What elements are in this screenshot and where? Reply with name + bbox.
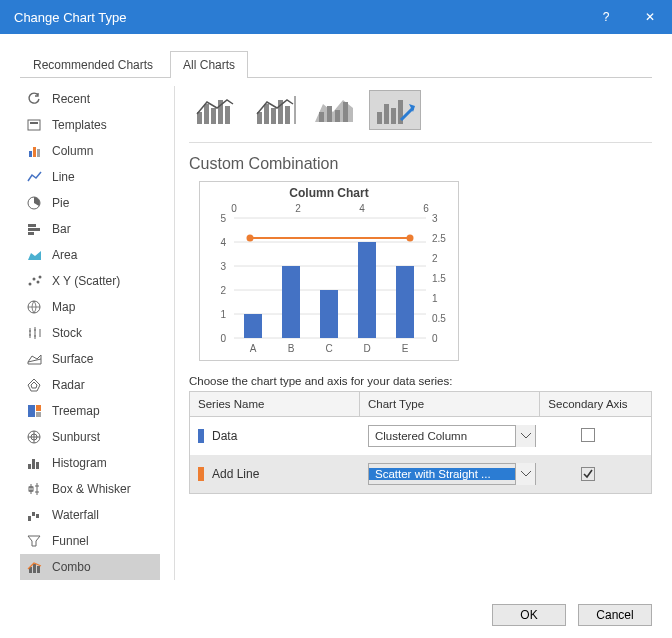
- svg-point-11: [37, 281, 40, 284]
- box-whisker-icon: [26, 481, 44, 497]
- svg-text:2.5: 2.5: [432, 233, 446, 244]
- svg-rect-46: [391, 108, 396, 124]
- svg-rect-0: [28, 120, 40, 130]
- sidebar-item-surface[interactable]: Surface: [20, 346, 160, 372]
- svg-rect-45: [384, 104, 389, 124]
- combo-icon: [26, 559, 44, 575]
- svg-rect-38: [285, 106, 290, 124]
- svg-rect-24: [32, 512, 35, 516]
- ok-button[interactable]: OK: [492, 604, 566, 626]
- svg-rect-8: [28, 232, 34, 235]
- secondary-axis-checkbox-data[interactable]: [581, 428, 595, 442]
- svg-rect-20: [32, 459, 35, 469]
- subtype-thumbnails: [189, 86, 652, 143]
- combo-subtype-2[interactable]: [249, 90, 301, 130]
- chart-type-select-addline[interactable]: Scatter with Straight ...: [368, 463, 536, 485]
- tab-all-charts[interactable]: All Charts: [170, 51, 248, 78]
- combo-subtype-custom[interactable]: [369, 90, 421, 130]
- series-name-label: Data: [212, 429, 237, 443]
- svg-point-82: [407, 235, 414, 242]
- svg-rect-28: [37, 566, 40, 573]
- svg-text:1: 1: [220, 309, 226, 320]
- sidebar-item-histogram[interactable]: Histogram: [20, 450, 160, 476]
- svg-text:D: D: [363, 343, 370, 354]
- sidebar-item-combo[interactable]: Combo: [20, 554, 160, 580]
- area-icon: [26, 247, 44, 263]
- tab-recommended-charts[interactable]: Recommended Charts: [20, 51, 166, 78]
- svg-rect-4: [37, 149, 40, 157]
- svg-text:2: 2: [220, 285, 226, 296]
- series-instruction: Choose the chart type and axis for your …: [189, 375, 652, 387]
- sidebar-item-sunburst[interactable]: Sunburst: [20, 424, 160, 450]
- svg-rect-14: [28, 405, 35, 417]
- svg-rect-16: [36, 412, 41, 417]
- svg-rect-6: [28, 224, 36, 227]
- templates-icon: [26, 117, 44, 133]
- svg-text:1: 1: [432, 293, 438, 304]
- sidebar-item-pie[interactable]: Pie: [20, 190, 160, 216]
- funnel-icon: [26, 533, 44, 549]
- chart-type-select-data[interactable]: Clustered Column: [368, 425, 536, 447]
- pie-icon: [26, 195, 44, 211]
- sidebar-item-line[interactable]: Line: [20, 164, 160, 190]
- sidebar-item-treemap[interactable]: Treemap: [20, 398, 160, 424]
- svg-text:2: 2: [295, 203, 301, 214]
- svg-text:4: 4: [359, 203, 365, 214]
- svg-rect-71: [244, 314, 262, 338]
- sidebar-item-waterfall[interactable]: Waterfall: [20, 502, 160, 528]
- vertical-divider: [174, 86, 175, 580]
- bar-icon: [26, 221, 44, 237]
- svg-rect-33: [225, 106, 230, 124]
- sidebar-item-scatter[interactable]: X Y (Scatter): [20, 268, 160, 294]
- svg-text:1.5: 1.5: [432, 273, 446, 284]
- svg-text:4: 4: [220, 237, 226, 248]
- svg-rect-35: [264, 104, 269, 124]
- svg-rect-40: [319, 112, 324, 122]
- sidebar-item-radar[interactable]: Radar: [20, 372, 160, 398]
- radar-icon: [26, 377, 44, 393]
- svg-text:5: 5: [220, 213, 226, 224]
- sidebar-item-map[interactable]: Map: [20, 294, 160, 320]
- stock-icon: [26, 325, 44, 341]
- dialog-footer: OK Cancel: [0, 592, 672, 638]
- svg-text:6: 6: [423, 203, 429, 214]
- svg-text:0: 0: [231, 203, 237, 214]
- svg-rect-23: [28, 516, 31, 521]
- combo-subtype-1[interactable]: [189, 90, 241, 130]
- sidebar-item-funnel[interactable]: Funnel: [20, 528, 160, 554]
- secondary-axis-checkbox-addline[interactable]: [581, 467, 595, 481]
- sidebar-item-column[interactable]: Column: [20, 138, 160, 164]
- header-series-name: Series Name: [190, 392, 360, 416]
- subtype-heading: Custom Combination: [189, 155, 652, 173]
- sidebar-item-stock[interactable]: Stock: [20, 320, 160, 346]
- help-button[interactable]: ?: [584, 0, 628, 34]
- recent-icon: [26, 91, 44, 107]
- series-row-data[interactable]: Data Clustered Column: [190, 417, 651, 455]
- sidebar-item-bar[interactable]: Bar: [20, 216, 160, 242]
- svg-rect-7: [28, 228, 40, 231]
- svg-rect-42: [335, 110, 340, 122]
- svg-rect-75: [396, 266, 414, 338]
- sidebar-item-area[interactable]: Area: [20, 242, 160, 268]
- cancel-button[interactable]: Cancel: [578, 604, 652, 626]
- svg-rect-2: [29, 151, 32, 157]
- sidebar-item-box-whisker[interactable]: Box & Whisker: [20, 476, 160, 502]
- svg-rect-30: [204, 104, 209, 124]
- combo-subtype-3[interactable]: [309, 90, 361, 130]
- sidebar-item-templates[interactable]: Templates: [20, 112, 160, 138]
- sidebar-item-recent[interactable]: Recent: [20, 86, 160, 112]
- svg-rect-41: [327, 106, 332, 122]
- close-button[interactable]: ✕: [628, 0, 672, 34]
- tab-bar: Recommended Charts All Charts: [20, 50, 652, 78]
- chevron-down-icon: [515, 425, 535, 447]
- svg-text:A: A: [250, 343, 257, 354]
- svg-rect-44: [377, 112, 382, 124]
- chart-preview[interactable]: Column Chart 0 1 2 3: [199, 181, 459, 361]
- series-row-addline[interactable]: Add Line Scatter with Straight ...: [190, 455, 651, 493]
- svg-rect-25: [36, 514, 39, 518]
- scatter-icon: [26, 273, 44, 289]
- histogram-icon: [26, 455, 44, 471]
- svg-text:3: 3: [220, 261, 226, 272]
- svg-rect-73: [320, 290, 338, 338]
- svg-rect-74: [358, 242, 376, 338]
